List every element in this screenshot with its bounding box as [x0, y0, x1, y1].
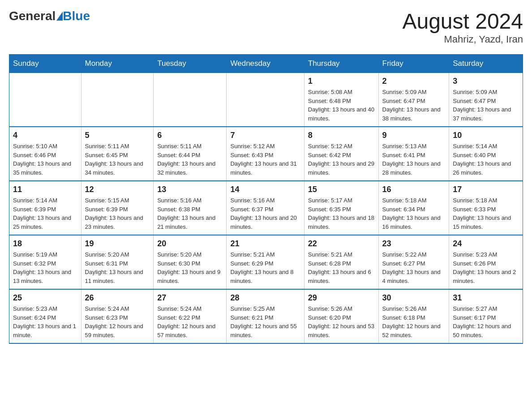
day-number: 11: [13, 185, 77, 194]
day-info: Sunrise: 5:08 AMSunset: 6:48 PMDaylight:…: [308, 88, 375, 123]
day-number: 19: [85, 239, 150, 248]
title-block: August 2024 Mahriz, Yazd, Iran: [402, 9, 523, 45]
day-number: 16: [382, 185, 446, 194]
day-info: Sunrise: 5:19 AMSunset: 6:32 PMDaylight:…: [13, 250, 77, 285]
day-info: Sunrise: 5:24 AMSunset: 6:22 PMDaylight:…: [157, 304, 223, 339]
day-of-week-header: Monday: [81, 55, 154, 73]
day-number: 1: [308, 77, 375, 86]
calendar-day-cell: 4Sunrise: 5:10 AMSunset: 6:46 PMDaylight…: [9, 127, 82, 181]
day-number: 31: [453, 293, 519, 303]
calendar-day-cell: 23Sunrise: 5:22 AMSunset: 6:27 PMDayligh…: [378, 235, 449, 289]
calendar-day-cell: 11Sunrise: 5:14 AMSunset: 6:39 PMDayligh…: [9, 181, 82, 235]
calendar-day-cell: [227, 73, 304, 127]
day-number: 28: [230, 293, 300, 303]
day-info: Sunrise: 5:21 AMSunset: 6:28 PMDaylight:…: [308, 250, 375, 285]
day-number: 15: [308, 185, 375, 194]
day-info: Sunrise: 5:16 AMSunset: 6:37 PMDaylight:…: [230, 196, 300, 231]
calendar-day-cell: 15Sunrise: 5:17 AMSunset: 6:35 PMDayligh…: [304, 181, 378, 235]
day-info: Sunrise: 5:24 AMSunset: 6:23 PMDaylight:…: [85, 304, 150, 339]
day-info: Sunrise: 5:14 AMSunset: 6:39 PMDaylight:…: [13, 196, 77, 231]
calendar-day-cell: 5Sunrise: 5:11 AMSunset: 6:45 PMDaylight…: [81, 127, 154, 181]
page-header: General Blue August 2024 Mahriz, Yazd, I…: [9, 9, 523, 45]
calendar-week-row: 1Sunrise: 5:08 AMSunset: 6:48 PMDaylight…: [9, 73, 523, 127]
day-of-week-header: Tuesday: [154, 55, 227, 73]
calendar-day-cell: 1Sunrise: 5:08 AMSunset: 6:48 PMDaylight…: [304, 73, 378, 127]
calendar-day-cell: 21Sunrise: 5:21 AMSunset: 6:29 PMDayligh…: [227, 235, 304, 289]
calendar-day-cell: 6Sunrise: 5:11 AMSunset: 6:44 PMDaylight…: [154, 127, 227, 181]
month-year-title: August 2024: [402, 9, 523, 34]
day-info: Sunrise: 5:09 AMSunset: 6:47 PMDaylight:…: [382, 88, 446, 123]
day-number: 9: [382, 131, 446, 140]
calendar-header-row: SundayMondayTuesdayWednesdayThursdayFrid…: [9, 55, 523, 73]
day-info: Sunrise: 5:17 AMSunset: 6:35 PMDaylight:…: [308, 196, 375, 231]
day-number: 29: [308, 293, 375, 303]
calendar-day-cell: 26Sunrise: 5:24 AMSunset: 6:23 PMDayligh…: [81, 289, 154, 343]
day-number: 7: [230, 131, 300, 140]
calendar-day-cell: 22Sunrise: 5:21 AMSunset: 6:28 PMDayligh…: [304, 235, 378, 289]
day-of-week-header: Wednesday: [227, 55, 304, 73]
day-info: Sunrise: 5:21 AMSunset: 6:29 PMDaylight:…: [230, 250, 300, 285]
day-info: Sunrise: 5:25 AMSunset: 6:21 PMDaylight:…: [230, 304, 300, 339]
calendar-day-cell: 7Sunrise: 5:12 AMSunset: 6:43 PMDaylight…: [227, 127, 304, 181]
day-info: Sunrise: 5:16 AMSunset: 6:38 PMDaylight:…: [157, 196, 223, 231]
day-number: 17: [453, 185, 519, 194]
calendar-day-cell: 28Sunrise: 5:25 AMSunset: 6:21 PMDayligh…: [227, 289, 304, 343]
logo-general-text: General: [9, 9, 56, 23]
calendar-day-cell: 20Sunrise: 5:20 AMSunset: 6:30 PMDayligh…: [154, 235, 227, 289]
day-number: 24: [453, 239, 519, 248]
calendar-day-cell: 27Sunrise: 5:24 AMSunset: 6:22 PMDayligh…: [154, 289, 227, 343]
day-number: 27: [157, 293, 223, 303]
location-subtitle: Mahriz, Yazd, Iran: [402, 34, 523, 45]
day-number: 18: [13, 239, 77, 248]
calendar-day-cell: 2Sunrise: 5:09 AMSunset: 6:47 PMDaylight…: [378, 73, 449, 127]
day-info: Sunrise: 5:11 AMSunset: 6:44 PMDaylight:…: [157, 142, 223, 177]
calendar-week-row: 4Sunrise: 5:10 AMSunset: 6:46 PMDaylight…: [9, 127, 523, 181]
day-number: 14: [230, 185, 300, 194]
day-info: Sunrise: 5:20 AMSunset: 6:30 PMDaylight:…: [157, 250, 223, 285]
calendar-day-cell: [154, 73, 227, 127]
day-info: Sunrise: 5:18 AMSunset: 6:33 PMDaylight:…: [453, 196, 519, 231]
calendar-day-cell: 13Sunrise: 5:16 AMSunset: 6:38 PMDayligh…: [154, 181, 227, 235]
logo-blue-text: Blue: [63, 9, 90, 23]
day-number: 5: [85, 131, 150, 140]
calendar-day-cell: 12Sunrise: 5:15 AMSunset: 6:39 PMDayligh…: [81, 181, 154, 235]
day-info: Sunrise: 5:26 AMSunset: 6:20 PMDaylight:…: [308, 304, 375, 339]
day-info: Sunrise: 5:23 AMSunset: 6:26 PMDaylight:…: [453, 250, 519, 285]
calendar-day-cell: 31Sunrise: 5:27 AMSunset: 6:17 PMDayligh…: [449, 289, 523, 343]
day-number: 8: [308, 131, 375, 140]
calendar-day-cell: 17Sunrise: 5:18 AMSunset: 6:33 PMDayligh…: [449, 181, 523, 235]
day-info: Sunrise: 5:27 AMSunset: 6:17 PMDaylight:…: [453, 304, 519, 339]
calendar-day-cell: 10Sunrise: 5:14 AMSunset: 6:40 PMDayligh…: [449, 127, 523, 181]
day-of-week-header: Sunday: [9, 55, 82, 73]
day-info: Sunrise: 5:26 AMSunset: 6:18 PMDaylight:…: [382, 304, 446, 339]
day-of-week-header: Friday: [378, 55, 449, 73]
calendar-week-row: 11Sunrise: 5:14 AMSunset: 6:39 PMDayligh…: [9, 181, 523, 235]
day-number: 26: [85, 293, 150, 303]
calendar-day-cell: 16Sunrise: 5:18 AMSunset: 6:34 PMDayligh…: [378, 181, 449, 235]
calendar-day-cell: 9Sunrise: 5:13 AMSunset: 6:41 PMDaylight…: [378, 127, 449, 181]
calendar-day-cell: 18Sunrise: 5:19 AMSunset: 6:32 PMDayligh…: [9, 235, 82, 289]
day-number: 6: [157, 131, 223, 140]
calendar-day-cell: 25Sunrise: 5:23 AMSunset: 6:24 PMDayligh…: [9, 289, 82, 343]
day-number: 3: [453, 77, 519, 86]
day-of-week-header: Thursday: [304, 55, 378, 73]
day-number: 30: [382, 293, 446, 303]
day-number: 21: [230, 239, 300, 248]
calendar-day-cell: 24Sunrise: 5:23 AMSunset: 6:26 PMDayligh…: [449, 235, 523, 289]
calendar-day-cell: 3Sunrise: 5:09 AMSunset: 6:47 PMDaylight…: [449, 73, 523, 127]
day-info: Sunrise: 5:11 AMSunset: 6:45 PMDaylight:…: [85, 142, 150, 177]
day-number: 12: [85, 185, 150, 194]
calendar-day-cell: 14Sunrise: 5:16 AMSunset: 6:37 PMDayligh…: [227, 181, 304, 235]
day-number: 4: [13, 131, 77, 140]
day-number: 22: [308, 239, 375, 248]
calendar-day-cell: [9, 73, 82, 127]
calendar-day-cell: 29Sunrise: 5:26 AMSunset: 6:20 PMDayligh…: [304, 289, 378, 343]
day-info: Sunrise: 5:23 AMSunset: 6:24 PMDaylight:…: [13, 304, 77, 339]
day-info: Sunrise: 5:10 AMSunset: 6:46 PMDaylight:…: [13, 142, 77, 177]
day-info: Sunrise: 5:12 AMSunset: 6:43 PMDaylight:…: [230, 142, 300, 177]
day-number: 2: [382, 77, 446, 86]
day-number: 20: [157, 239, 223, 248]
logo-triangle-icon: [56, 12, 63, 21]
day-of-week-header: Saturday: [449, 55, 523, 73]
day-info: Sunrise: 5:15 AMSunset: 6:39 PMDaylight:…: [85, 196, 150, 231]
